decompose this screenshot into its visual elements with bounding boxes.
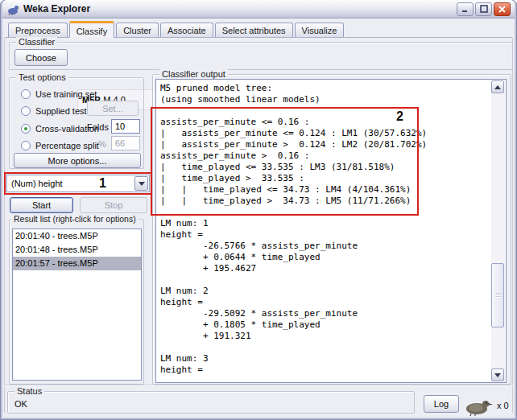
test-options-group-title: Test options <box>16 72 68 82</box>
minimize-icon <box>461 6 469 13</box>
annotation-number-2: 2 <box>396 109 403 124</box>
radio-label: Use training set <box>35 89 97 99</box>
radio-circle-icon[interactable] <box>21 141 31 150</box>
result-list-item[interactable]: 20:01:40 - trees.M5P <box>13 229 141 243</box>
weka-app-icon <box>6 3 19 15</box>
folds-input[interactable] <box>111 119 140 134</box>
status-group-title: Status <box>14 386 44 396</box>
result-list-item-selected[interactable]: 20:01:57 - trees.M5P <box>13 257 141 270</box>
chevron-down-icon <box>139 182 145 186</box>
main-tabs: Preprocess Classify Cluster Associate Se… <box>5 21 512 38</box>
stop-button[interactable]: Stop <box>80 197 147 213</box>
log-button[interactable]: Log <box>424 395 459 413</box>
dropdown-button[interactable] <box>134 176 148 191</box>
classifier-group-title: Classifier <box>16 37 57 47</box>
class-attribute-value: (Num) height <box>7 179 134 188</box>
tab-classify[interactable]: Classify <box>69 21 115 38</box>
minimize-button[interactable] <box>457 2 474 16</box>
scrollbar-thumb[interactable] <box>491 263 504 327</box>
bird-counter: x 0 <box>497 401 509 410</box>
classifier-groupbox: Classifier M5P -M 4.0 Choose <box>9 42 513 70</box>
radio-circle-icon[interactable] <box>21 106 31 116</box>
close-button[interactable] <box>494 2 511 16</box>
annotation-number-1: 1 <box>99 176 106 191</box>
classifier-output-group-title: Classifier output <box>159 69 228 79</box>
arrow-down-icon <box>494 373 501 377</box>
tab-visualize[interactable]: Visualize <box>295 23 345 37</box>
status-separator <box>4 385 513 386</box>
maximize-icon <box>480 5 488 13</box>
tab-select-attributes[interactable]: Select attributes <box>215 23 293 37</box>
result-list-item[interactable]: 20:01:48 - trees.M5P <box>13 243 141 257</box>
radio-label: Percentage split <box>35 141 99 150</box>
start-button[interactable]: Start <box>10 197 73 213</box>
status-groupbox: Status OK <box>7 391 415 414</box>
classifier-output-text[interactable]: M5 pruned model tree: (using smoothed li… <box>160 83 490 381</box>
result-list-group-title: Result list (right-click for options) <box>11 214 139 224</box>
weka-bird-icon <box>463 397 494 416</box>
result-list: 20:01:40 - trees.M5P 20:01:48 - trees.M5… <box>12 229 142 381</box>
choose-button[interactable]: Choose <box>14 49 68 66</box>
radio-percentage-split[interactable]: Percentage split <box>21 139 99 151</box>
output-scrollbar[interactable] <box>491 80 505 381</box>
radio-selected-icon[interactable] <box>21 124 31 134</box>
arrow-up-icon <box>494 85 501 89</box>
test-options-groupbox: Test options Use training set Supplied t… <box>9 77 144 169</box>
set-test-set-button[interactable]: Set... <box>87 101 139 116</box>
folds-label: Folds <box>87 122 109 132</box>
more-options-button[interactable]: More options... <box>14 153 141 168</box>
close-icon <box>498 6 506 13</box>
percent-input[interactable] <box>111 136 140 150</box>
radio-circle-icon[interactable] <box>21 89 31 99</box>
title-bar[interactable]: Weka Explorer <box>2 0 515 19</box>
scroll-up-button[interactable] <box>491 80 504 93</box>
status-value: OK <box>14 399 27 409</box>
percent-label: % <box>98 139 106 149</box>
tab-associate[interactable]: Associate <box>160 23 213 37</box>
classifier-output-area[interactable]: M5 pruned model tree: (using smoothed li… <box>155 79 507 383</box>
weka-explorer-window: Weka Explorer Preprocess Classify Cluste… <box>0 0 517 420</box>
maximize-button[interactable] <box>475 2 492 16</box>
scroll-down-button[interactable] <box>491 369 504 381</box>
radio-use-training-set[interactable]: Use training set <box>21 88 97 100</box>
tab-cluster[interactable]: Cluster <box>116 23 159 37</box>
tab-preprocess[interactable]: Preprocess <box>8 23 68 37</box>
class-attribute-dropdown[interactable]: (Num) height <box>6 175 150 192</box>
window-title: Weka Explorer <box>23 3 455 14</box>
